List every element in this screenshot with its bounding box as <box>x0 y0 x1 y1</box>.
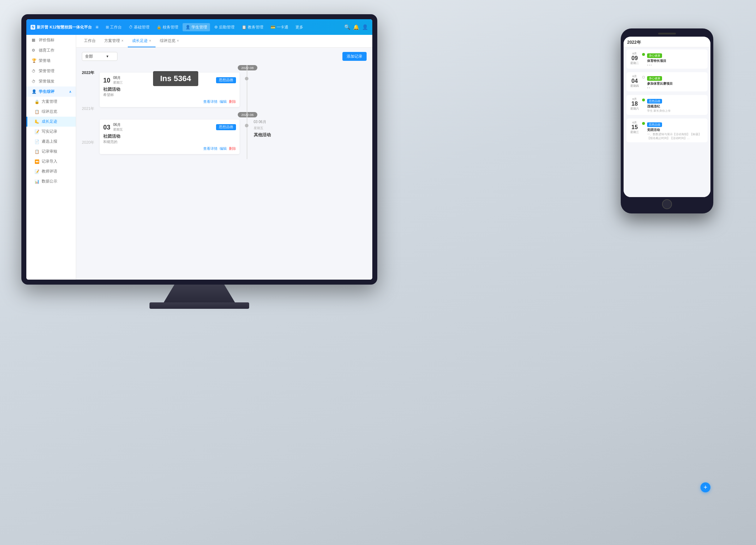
phone-date-col-3: 6月 18 星期六 <box>629 97 640 111</box>
nav-item-school[interactable]: 🔒 校务管理 <box>154 23 181 31</box>
tab-footprint[interactable]: 成长足迹 × <box>128 35 156 47</box>
sidebar-item-footprint[interactable]: 🦶 成长足迹 <box>26 117 76 127</box>
sidebar-item-data-public[interactable]: 📊 数据公示 <box>26 176 76 186</box>
tab-close-icon[interactable]: × <box>121 39 124 43</box>
menu-toggle-icon[interactable]: ≡ <box>95 24 98 30</box>
sidebar-item-overview[interactable]: 📋 综评总览 <box>26 107 76 117</box>
phone-tag-1: 身心健康 <box>647 53 662 58</box>
honor-mgmt-icon: ⏱ <box>32 69 37 73</box>
nav-item-basic[interactable]: ⏱ 基础管理 <box>126 23 152 31</box>
tab-close-icon[interactable]: × <box>149 39 151 43</box>
filter-select[interactable]: 全部 ▾ <box>82 52 117 61</box>
sidebar-item-label: 荣誉管理 <box>39 68 54 74</box>
entry-1-tag[interactable]: 思想品德 <box>216 77 236 83</box>
phone-fab-button[interactable]: + <box>700 482 710 492</box>
sidebar-item-honor-award[interactable]: ⏱ 荣誉颁发 <box>26 76 76 86</box>
add-record-button[interactable]: 添加记录 <box>342 52 367 61</box>
view-detail-link-1[interactable]: 查看详情 <box>203 100 217 104</box>
content-area: 工作台 方案管理 × 成长足迹 × 综评总览 × <box>76 35 372 280</box>
bell-icon[interactable]: 🔔 <box>353 24 359 30</box>
delete-link-1[interactable]: 删除 <box>229 100 236 104</box>
phone-screen: 2022年 8月 09 星期二 身心健康 体育特长项目 • • • <box>624 37 710 197</box>
edit-link-2[interactable]: 编辑 <box>220 147 227 151</box>
honor-award-icon: ⏱ <box>32 79 37 84</box>
tab-workbench[interactable]: 工作台 <box>80 35 100 47</box>
edit-link-1[interactable]: 编辑 <box>220 100 227 104</box>
phone-weekday-4: 星期三 <box>629 130 640 134</box>
sidebar-item-label: 成长足迹 <box>42 119 57 124</box>
nav-item-academic[interactable]: 📋 教务管理 <box>239 23 266 31</box>
month-badge-2206: 2022-06 <box>238 112 257 117</box>
phone-home-button[interactable] <box>662 199 672 209</box>
honor-wall-icon: 🏆 <box>32 58 37 63</box>
delete-link-2[interactable]: 删除 <box>229 147 236 151</box>
sidebar-item-records[interactable]: 📝 写实记录 <box>26 127 76 137</box>
nav-item-label: 工作台 <box>110 25 122 30</box>
nav-logo: N 新开普 K12智慧校园一体化平台 <box>31 25 92 30</box>
nav-item-student[interactable]: 👤 学生管理 <box>183 23 210 31</box>
sidebar-item-scheme[interactable]: 🔒 方案管理 <box>26 97 76 107</box>
sidebar-item-moral[interactable]: ⚙ 德育工作 <box>26 45 76 55</box>
entry-2-day: 03 <box>103 124 110 131</box>
nav-item-more[interactable]: 更多 <box>293 23 306 31</box>
nav-item-workbench[interactable]: ⊞ 工作台 <box>103 23 125 31</box>
entry-2-header: 03 06月 星期五 思想品德 <box>103 122 236 132</box>
entry-3-day: 03 <box>254 120 258 124</box>
nav-logo-icon: N <box>31 25 35 30</box>
phone-entry-title-4: 党团活动 <box>647 128 705 132</box>
sidebar-item-honor-wall[interactable]: 🏆 荣誉墙 <box>26 55 76 66</box>
phone-entry-3: 6月 18 星期六 思想品德 违规违纪 学生 家长身份上传 <box>626 95 708 115</box>
view-detail-link-2[interactable]: 查看详情 <box>203 147 217 151</box>
sidebar-item-teacher-comment[interactable]: 📝 教师评语 <box>26 166 76 176</box>
sidebar-item-label: 记录审核 <box>42 149 57 154</box>
sidebar-item-label: 遴选上报 <box>42 139 57 144</box>
tab-close-icon[interactable]: × <box>177 39 179 43</box>
phone-entry-4: 6月 15 星期三 思想品德 党团活动 一、数数逻辑与展示【活动海报】【标题】【… <box>626 118 708 142</box>
tab-label: 方案管理 <box>104 38 120 43</box>
entry-1-month: 08月 <box>113 75 123 80</box>
tab-scheme[interactable]: 方案管理 × <box>100 35 128 47</box>
entry-2-tag[interactable]: 思想品德 <box>216 124 236 130</box>
sidebar-item-evaluation[interactable]: ▦ 评价指标 <box>26 35 76 45</box>
sidebar-item-label: 教师评语 <box>42 169 57 174</box>
sidebar-item-label: 记录导入 <box>42 159 57 164</box>
sidebar-item-label: 方案管理 <box>42 99 57 104</box>
main-layout: ▦ 评价指标 ⚙ 德育工作 🏆 荣誉墙 ⏱ 荣誉管理 <box>26 35 372 280</box>
sidebar-item-label: 德育工作 <box>39 48 54 53</box>
tab-overview[interactable]: 综评总览 × <box>156 35 183 47</box>
moral-icon: ⚙ <box>32 48 37 53</box>
phone-day-2: 04 <box>629 78 640 84</box>
entry-1-date-info: 08月 星期三 <box>113 75 123 85</box>
search-icon[interactable]: 🔍 <box>344 24 350 30</box>
tab-bar: 工作台 方案管理 × 成长足迹 × 综评总览 × <box>76 35 372 48</box>
user-avatar-icon[interactable]: 👤 <box>362 24 368 30</box>
entry-2-actions: 查看详情 编辑 删除 <box>103 147 236 151</box>
evaluation-icon: ▦ <box>32 38 37 42</box>
phone-entry-sub-2: • • <box>647 86 705 89</box>
entry-1-day: 10 <box>103 77 110 84</box>
nav-item-label: 基础管理 <box>134 25 149 30</box>
phone-day-3: 18 <box>629 101 640 107</box>
phone-entry-1: 8月 09 星期二 身心健康 体育特长项目 • • • <box>626 49 708 69</box>
sidebar-section-student[interactable]: 👤 学生综评 ∧ <box>26 86 76 97</box>
month-marker-2206: 2022-06 <box>100 112 367 117</box>
sidebar-item-honor-mgmt[interactable]: ⏱ 荣誉管理 <box>26 66 76 76</box>
overview-icon: 📋 <box>35 110 40 114</box>
basic-icon: ⏱ <box>129 25 133 29</box>
teacher-comment-icon: 📝 <box>35 169 40 174</box>
sidebar-item-audit[interactable]: 📋 记录审核 <box>26 147 76 157</box>
footprint-icon: 🦶 <box>35 120 40 124</box>
nav-item-card[interactable]: 💳 一卡通 <box>268 23 291 31</box>
entry-3-date-line: 03 06月 <box>254 120 367 125</box>
nav-item-logistics[interactable]: ⚙ 后勤管理 <box>211 23 237 31</box>
phone-tag-4: 思想品德 <box>647 122 662 127</box>
chevron-down-icon: ▾ <box>106 54 109 59</box>
phone-date-col-4: 6月 15 星期三 <box>629 121 640 134</box>
nav-right-controls: 🔍 🔔 👤 <box>344 24 368 30</box>
timeline-area: 2022年 2021年 2020年 2022-08 <box>82 65 367 159</box>
sidebar-item-import[interactable]: ⏪ 记录导入 <box>26 157 76 166</box>
entry-1-activity: 社团活动 <box>103 86 236 92</box>
phone-entry-sub-3: 学生 家长身份上传 <box>647 109 705 113</box>
phone-entry-2: 8月 04 星期四 身心健康 参加体育比赛项目 • • <box>626 72 708 91</box>
sidebar-item-selection[interactable]: 📄 遴选上报 <box>26 137 76 147</box>
